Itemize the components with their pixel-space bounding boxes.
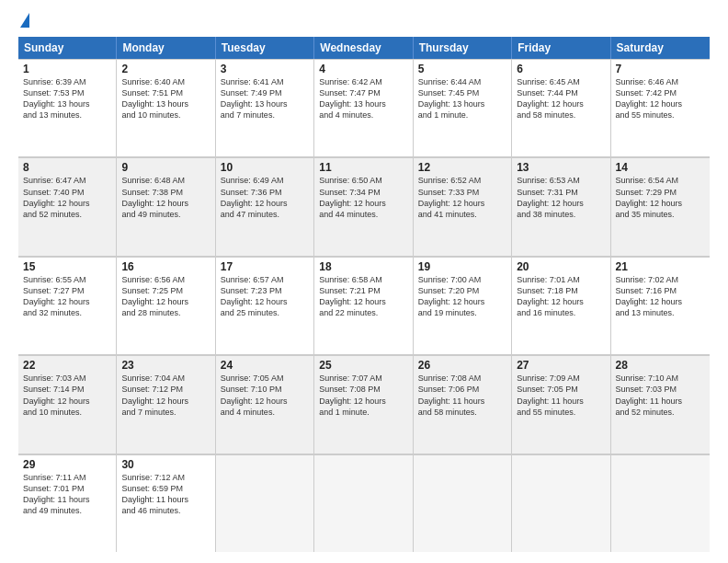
cal-header-saturday: Saturday	[611, 37, 710, 59]
day-number: 2	[121, 63, 210, 75]
cell-info: Sunrise: 6:55 AM Sunset: 7:27 PM Dayligh…	[23, 274, 111, 319]
cal-cell: 3Sunrise: 6:41 AM Sunset: 7:49 PM Daylig…	[216, 59, 314, 156]
logo-triangle-icon	[20, 13, 29, 28]
cal-cell: 25Sunrise: 7:07 AM Sunset: 7:08 PM Dayli…	[314, 355, 413, 453]
cal-cell: 26Sunrise: 7:08 AM Sunset: 7:06 PM Dayli…	[414, 355, 512, 453]
cal-cell: 10Sunrise: 6:49 AM Sunset: 7:36 PM Dayli…	[216, 157, 314, 255]
header	[18, 17, 710, 28]
cal-header-thursday: Thursday	[414, 37, 512, 59]
cal-cell: 22Sunrise: 7:03 AM Sunset: 7:14 PM Dayli…	[18, 355, 117, 453]
cell-info: Sunrise: 7:03 AM Sunset: 7:14 PM Dayligh…	[23, 373, 111, 418]
cell-info: Sunrise: 6:42 AM Sunset: 7:47 PM Dayligh…	[319, 76, 407, 121]
cal-cell: 1Sunrise: 6:39 AM Sunset: 7:53 PM Daylig…	[18, 59, 117, 156]
cell-info: Sunrise: 6:52 AM Sunset: 7:33 PM Dayligh…	[418, 175, 506, 220]
cell-info: Sunrise: 6:58 AM Sunset: 7:21 PM Dayligh…	[319, 274, 407, 319]
page: SundayMondayTuesdayWednesdayThursdayFrid…	[0, 0, 728, 563]
day-number: 12	[418, 161, 506, 174]
cell-info: Sunrise: 6:47 AM Sunset: 7:40 PM Dayligh…	[23, 175, 111, 220]
cal-cell: 5Sunrise: 6:44 AM Sunset: 7:45 PM Daylig…	[414, 59, 512, 156]
day-number: 1	[23, 63, 111, 75]
day-number: 29	[23, 458, 111, 471]
day-number: 18	[319, 260, 407, 273]
cal-cell: 2Sunrise: 6:40 AM Sunset: 7:51 PM Daylig…	[117, 59, 215, 156]
cal-cell: 9Sunrise: 6:48 AM Sunset: 7:38 PM Daylig…	[117, 157, 215, 255]
cal-header-sunday: Sunday	[18, 37, 117, 59]
day-number: 10	[221, 161, 309, 174]
day-number: 5	[418, 63, 506, 75]
day-number: 17	[221, 260, 309, 273]
day-number: 24	[221, 359, 309, 372]
cal-header-tuesday: Tuesday	[216, 37, 314, 59]
day-number: 6	[517, 63, 605, 75]
day-number: 26	[418, 359, 506, 372]
day-number: 27	[517, 359, 605, 372]
cell-info: Sunrise: 7:12 AM Sunset: 6:59 PM Dayligh…	[121, 472, 210, 517]
day-number: 19	[418, 260, 506, 273]
day-number: 11	[319, 161, 407, 174]
day-number: 20	[517, 260, 605, 273]
cal-cell	[216, 454, 314, 552]
day-number: 16	[121, 260, 210, 273]
cal-cell: 19Sunrise: 7:00 AM Sunset: 7:20 PM Dayli…	[414, 257, 512, 354]
cell-info: Sunrise: 7:01 AM Sunset: 7:18 PM Dayligh…	[517, 274, 605, 319]
cell-info: Sunrise: 6:39 AM Sunset: 7:53 PM Dayligh…	[23, 76, 111, 121]
day-number: 3	[221, 63, 309, 75]
cell-info: Sunrise: 7:08 AM Sunset: 7:06 PM Dayligh…	[418, 373, 506, 418]
cell-info: Sunrise: 7:09 AM Sunset: 7:05 PM Dayligh…	[517, 373, 605, 418]
cell-info: Sunrise: 7:02 AM Sunset: 7:16 PM Dayligh…	[616, 274, 705, 319]
day-number: 28	[616, 359, 705, 372]
day-number: 21	[616, 260, 705, 273]
day-number: 7	[616, 63, 705, 75]
cal-cell	[512, 454, 610, 552]
logo	[18, 17, 29, 28]
cal-row-2: 15Sunrise: 6:55 AM Sunset: 7:27 PM Dayli…	[18, 257, 710, 355]
cal-cell: 16Sunrise: 6:56 AM Sunset: 7:25 PM Dayli…	[117, 257, 215, 354]
cal-cell: 7Sunrise: 6:46 AM Sunset: 7:42 PM Daylig…	[611, 59, 710, 156]
cal-cell: 27Sunrise: 7:09 AM Sunset: 7:05 PM Dayli…	[512, 355, 610, 453]
cal-header-monday: Monday	[117, 37, 215, 59]
cal-row-0: 1Sunrise: 6:39 AM Sunset: 7:53 PM Daylig…	[18, 59, 710, 157]
cal-cell	[414, 454, 512, 552]
cell-info: Sunrise: 7:11 AM Sunset: 7:01 PM Dayligh…	[23, 472, 111, 517]
cell-info: Sunrise: 6:53 AM Sunset: 7:31 PM Dayligh…	[517, 175, 605, 220]
cal-cell: 20Sunrise: 7:01 AM Sunset: 7:18 PM Dayli…	[512, 257, 610, 354]
cell-info: Sunrise: 6:50 AM Sunset: 7:34 PM Dayligh…	[319, 175, 407, 220]
cell-info: Sunrise: 6:45 AM Sunset: 7:44 PM Dayligh…	[517, 76, 605, 121]
cal-cell: 4Sunrise: 6:42 AM Sunset: 7:47 PM Daylig…	[314, 59, 413, 156]
day-number: 9	[121, 161, 210, 174]
cell-info: Sunrise: 6:46 AM Sunset: 7:42 PM Dayligh…	[616, 76, 705, 121]
cal-cell: 15Sunrise: 6:55 AM Sunset: 7:27 PM Dayli…	[18, 257, 117, 354]
cal-cell: 13Sunrise: 6:53 AM Sunset: 7:31 PM Dayli…	[512, 157, 610, 255]
cell-info: Sunrise: 6:40 AM Sunset: 7:51 PM Dayligh…	[121, 76, 210, 121]
cal-cell: 21Sunrise: 7:02 AM Sunset: 7:16 PM Dayli…	[611, 257, 710, 354]
cell-info: Sunrise: 6:49 AM Sunset: 7:36 PM Dayligh…	[221, 175, 309, 220]
cal-cell: 29Sunrise: 7:11 AM Sunset: 7:01 PM Dayli…	[18, 454, 117, 552]
cell-info: Sunrise: 7:04 AM Sunset: 7:12 PM Dayligh…	[121, 373, 210, 418]
cell-info: Sunrise: 6:54 AM Sunset: 7:29 PM Dayligh…	[616, 175, 705, 220]
cal-cell: 11Sunrise: 6:50 AM Sunset: 7:34 PM Dayli…	[314, 157, 413, 255]
cal-cell: 23Sunrise: 7:04 AM Sunset: 7:12 PM Dayli…	[117, 355, 215, 453]
cal-cell: 30Sunrise: 7:12 AM Sunset: 6:59 PM Dayli…	[117, 454, 215, 552]
cal-row-4: 29Sunrise: 7:11 AM Sunset: 7:01 PM Dayli…	[18, 454, 710, 552]
day-number: 4	[319, 63, 407, 75]
calendar-body: 1Sunrise: 6:39 AM Sunset: 7:53 PM Daylig…	[18, 59, 710, 552]
day-number: 13	[517, 161, 605, 174]
day-number: 22	[23, 359, 111, 372]
calendar: SundayMondayTuesdayWednesdayThursdayFrid…	[18, 37, 710, 552]
cell-info: Sunrise: 6:48 AM Sunset: 7:38 PM Dayligh…	[121, 175, 210, 220]
cal-row-1: 8Sunrise: 6:47 AM Sunset: 7:40 PM Daylig…	[18, 157, 710, 256]
cal-cell: 12Sunrise: 6:52 AM Sunset: 7:33 PM Dayli…	[414, 157, 512, 255]
calendar-header: SundayMondayTuesdayWednesdayThursdayFrid…	[18, 37, 710, 59]
cal-cell	[611, 454, 710, 552]
cal-cell: 8Sunrise: 6:47 AM Sunset: 7:40 PM Daylig…	[18, 157, 117, 255]
cell-info: Sunrise: 7:00 AM Sunset: 7:20 PM Dayligh…	[418, 274, 506, 319]
day-number: 25	[319, 359, 407, 372]
day-number: 23	[121, 359, 210, 372]
cal-cell: 6Sunrise: 6:45 AM Sunset: 7:44 PM Daylig…	[512, 59, 610, 156]
cal-cell: 24Sunrise: 7:05 AM Sunset: 7:10 PM Dayli…	[216, 355, 314, 453]
cell-info: Sunrise: 6:57 AM Sunset: 7:23 PM Dayligh…	[221, 274, 309, 319]
cal-cell: 14Sunrise: 6:54 AM Sunset: 7:29 PM Dayli…	[611, 157, 710, 255]
cal-header-wednesday: Wednesday	[314, 37, 413, 59]
day-number: 14	[616, 161, 705, 174]
cal-cell	[314, 454, 413, 552]
